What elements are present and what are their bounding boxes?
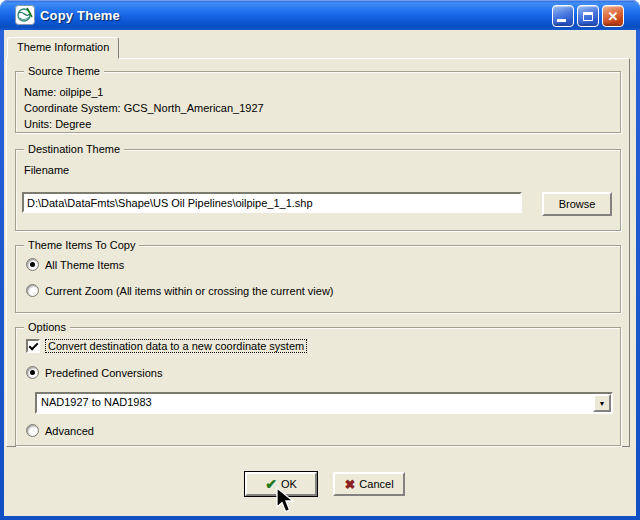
predefined-conversions-label: Predefined Conversions: [45, 367, 162, 379]
source-units-text: Units: Degree: [24, 116, 612, 132]
copy-theme-dialog: Copy Theme ✕ Theme Information Source Th…: [0, 0, 640, 520]
tab-label: Theme Information: [17, 41, 109, 53]
browse-button-label: Browse: [559, 198, 596, 210]
convert-coordinate-checkbox[interactable]: Convert destination data to a new coordi…: [26, 339, 306, 353]
theme-items-legend: Theme Items To Copy: [24, 239, 139, 252]
radio-all-theme-items-label: All Theme Items: [45, 259, 124, 271]
radio-all-theme-items[interactable]: All Theme Items: [26, 258, 124, 271]
radio-button-icon: [26, 284, 39, 297]
filename-label: Filename: [24, 164, 69, 176]
app-icon: [15, 5, 35, 25]
filename-input[interactable]: [22, 192, 522, 213]
radio-advanced[interactable]: Advanced: [26, 424, 94, 437]
chevron-down-icon[interactable]: ▼: [593, 394, 611, 412]
check-icon: ✔: [265, 477, 277, 491]
ok-button[interactable]: ✔ OK: [245, 472, 317, 496]
radio-button-icon: [26, 424, 39, 437]
checkbox-icon: [26, 339, 40, 353]
radio-current-zoom[interactable]: Current Zoom (All items within or crossi…: [26, 284, 334, 297]
close-button[interactable]: ✕: [602, 5, 624, 27]
source-name-text: Name: oilpipe_1: [24, 84, 612, 100]
conversion-dropdown[interactable]: NAD1927 to NAD1983 ▼: [35, 392, 613, 414]
source-theme-legend: Source Theme: [24, 65, 104, 78]
maximize-icon: [583, 12, 593, 21]
ok-button-label: OK: [281, 478, 297, 490]
title-bar[interactable]: Copy Theme ✕: [0, 0, 640, 30]
source-coordinate-system-text: Coordinate System: GCS_North_American_19…: [24, 100, 612, 116]
source-theme-group: Source Theme Name: oilpipe_1 Coordinate …: [15, 71, 621, 133]
close-icon: ✕: [608, 10, 619, 23]
conversion-dropdown-value: NAD1927 to NAD1983: [37, 394, 593, 412]
convert-coordinate-label: Convert destination data to a new coordi…: [46, 340, 306, 352]
options-legend: Options: [24, 321, 70, 334]
tab-page: Source Theme Name: oilpipe_1 Coordinate …: [6, 58, 630, 447]
radio-button-icon: [26, 366, 39, 379]
radio-predefined-conversions[interactable]: Predefined Conversions: [26, 366, 162, 379]
destination-theme-group: Destination Theme Filename Browse: [15, 149, 621, 231]
radio-current-zoom-label: Current Zoom (All items within or crossi…: [45, 285, 334, 297]
options-group: Options Convert destination data to a ne…: [15, 327, 621, 446]
x-icon: ✖: [344, 478, 355, 491]
cancel-button[interactable]: ✖ Cancel: [333, 472, 405, 496]
minimize-icon: [557, 19, 566, 22]
tab-theme-information[interactable]: Theme Information: [7, 37, 119, 59]
radio-button-icon: [26, 258, 39, 271]
browse-button[interactable]: Browse: [542, 192, 612, 216]
cancel-button-label: Cancel: [359, 478, 393, 490]
minimize-button[interactable]: [552, 5, 574, 27]
dialog-body: Theme Information Source Theme Name: oil…: [4, 30, 636, 516]
destination-theme-legend: Destination Theme: [24, 143, 124, 156]
advanced-label: Advanced: [45, 425, 94, 437]
window-title: Copy Theme: [40, 8, 120, 23]
window-controls: ✕: [552, 5, 624, 27]
theme-items-group: Theme Items To Copy All Theme Items Curr…: [15, 245, 621, 313]
maximize-button[interactable]: [577, 5, 599, 27]
